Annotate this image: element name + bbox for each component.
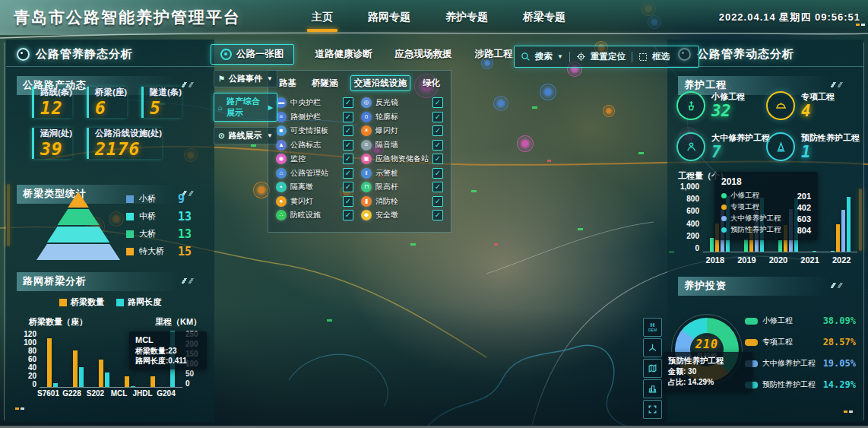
facility-checkbox[interactable]: ✓: [432, 97, 443, 108]
road-stat: 公路沿线设施(处)2176: [87, 128, 162, 159]
tooltip-series-name: 预防性养护工程: [730, 225, 794, 235]
bar-group-2022[interactable]: [831, 197, 851, 252]
reset-position-icon: [576, 52, 586, 62]
tooltip-series-name: 小修工程: [730, 191, 794, 201]
facility-checkbox[interactable]: ✓: [343, 154, 353, 164]
maintenance-stat-value: 1: [801, 144, 860, 161]
facility-checkbox[interactable]: ✓: [432, 210, 443, 220]
toolbar-button-1[interactable]: 公路一张图: [211, 44, 294, 65]
fullscreen-icon[interactable]: [643, 400, 662, 419]
facility-checkbox[interactable]: ✓: [432, 168, 443, 179]
reset-position-button[interactable]: 重置定位: [591, 51, 626, 62]
dem-icon[interactable]: HDEM: [643, 318, 662, 337]
nav-tab-2[interactable]: 路网专题: [366, 8, 412, 27]
left-axis-ticks: 120100806040200: [17, 330, 40, 388]
facility-item-label: 隔音墙: [375, 140, 429, 151]
facility-checkbox[interactable]: ✓: [343, 210, 353, 220]
tooltip-series-name: 专项工程: [730, 202, 794, 212]
facility-item: ▪隔离墩✓: [276, 180, 353, 195]
axis-tick: 60: [17, 355, 36, 363]
facility-checkbox[interactable]: ✓: [432, 154, 443, 164]
legend-percent: 28.57%: [823, 337, 856, 347]
search-input[interactable]: 搜索: [535, 51, 553, 62]
right-panel-title: 公路管养动态分析: [697, 47, 794, 62]
layer-menu-item-1[interactable]: ⚑公路事件▼: [214, 70, 277, 87]
pyramid-legend-row: 中桥13: [126, 208, 206, 225]
road-stat-value: 6: [95, 98, 127, 118]
axis-tick: 0: [17, 380, 36, 388]
facility-tab-2[interactable]: 桥隧涵: [309, 76, 341, 90]
bar-group[interactable]: [150, 376, 155, 387]
layer-menu-label: 公路事件: [229, 73, 262, 84]
facility-tab-1[interactable]: 路基: [276, 76, 299, 90]
facility-item-label: 路侧护栏: [290, 112, 339, 122]
emergency-depot-icon: ▣: [361, 154, 372, 164]
map-pin-marker[interactable]: [517, 135, 534, 152]
bar-小修工程: [813, 251, 816, 252]
nav-tab-1[interactable]: 主页: [310, 8, 334, 27]
search-dropdown-caret-icon[interactable]: ▼: [557, 53, 563, 60]
helmet-icon: [766, 91, 795, 120]
road-stat-value: 39: [40, 139, 72, 159]
facility-checkbox[interactable]: ✓: [343, 125, 353, 136]
pyramid-layer: [36, 192, 120, 208]
box-select-button[interactable]: 框选: [652, 51, 670, 62]
nav-tab-4[interactable]: 桥梁专题: [521, 8, 567, 27]
toolbar-button-4[interactable]: 涉路工程: [474, 44, 515, 65]
layer-menu-item-3[interactable]: ⊙路线展示▼: [214, 127, 277, 144]
road-stat: 涵洞(处)39: [32, 128, 72, 159]
bar-group[interactable]: [99, 360, 109, 387]
map-button-icon: [220, 49, 232, 60]
bar-group[interactable]: [47, 338, 58, 387]
bar-group[interactable]: [73, 350, 84, 387]
facility-checkbox[interactable]: ✓: [432, 182, 443, 192]
section-network-bridge-header: 路网桥梁分析: [17, 272, 207, 291]
map-tool-stack: HDEM: [643, 318, 662, 419]
legend-label: 预防性养护工程: [762, 379, 819, 390]
legend-percent: 38.09%: [823, 315, 856, 326]
facility-item-label: 应急物资储备站: [375, 154, 429, 164]
fire-hydrant-icon: ▮: [361, 196, 372, 207]
y-axis-ticks: 1,0008006004002000: [673, 182, 703, 252]
facility-checkbox[interactable]: ✓: [432, 140, 443, 151]
axis-3d-icon[interactable]: [643, 338, 662, 357]
facility-checkbox[interactable]: ✓: [343, 182, 353, 192]
legend-chip: [126, 195, 134, 203]
facility-checkbox[interactable]: ✓: [343, 112, 353, 122]
year-label: 2022: [832, 255, 851, 265]
facility-tab-4[interactable]: 绿化: [420, 76, 443, 90]
facility-checkbox[interactable]: ✓: [343, 168, 353, 179]
layer-menu-item-2[interactable]: ⌂路产综合展示▶: [214, 93, 277, 122]
toolbar-button-label: 公路一张图: [236, 48, 284, 61]
facility-checkbox[interactable]: ✓: [343, 140, 353, 151]
facility-item-label: 安全墩: [375, 210, 429, 220]
investment-legend-row: 小修工程38.09%: [745, 310, 856, 331]
worker-icon: [676, 132, 705, 161]
maintenance-stat-label: 专项工程: [801, 91, 835, 103]
layer-menu-label: 路线展示: [228, 130, 261, 141]
nav-tab-3[interactable]: 养护专题: [444, 8, 489, 27]
facility-tab-3[interactable]: 交通沿线设施: [350, 75, 410, 91]
basemap-icon[interactable]: [643, 359, 662, 378]
map-pin-marker[interactable]: [603, 105, 615, 117]
maintenance-stat-value: 4: [801, 103, 835, 120]
toolbar-button-3[interactable]: 应急现场救援: [394, 44, 454, 65]
facility-checkbox[interactable]: ✓: [432, 196, 443, 207]
shovel-icon: [676, 91, 705, 120]
toolbar-button-2[interactable]: 道路健康诊断: [314, 44, 374, 65]
isolation-pier-icon: ▪: [276, 182, 287, 192]
map-pin-marker[interactable]: [493, 96, 508, 111]
bar-路网长度: [79, 367, 84, 387]
facility-item-label: 可变情报板: [290, 125, 339, 136]
bar-group[interactable]: [125, 376, 135, 387]
noise-wall-icon: ≡: [361, 140, 372, 151]
bar-group-2021[interactable]: [813, 251, 816, 252]
facility-checkbox[interactable]: ✓: [432, 112, 443, 122]
facility-checkbox[interactable]: ✓: [343, 196, 353, 207]
buildings-icon[interactable]: [643, 379, 662, 398]
facility-item-label: 防眩设施: [290, 210, 339, 220]
road-stat-value: 5: [150, 98, 182, 118]
facility-checkbox[interactable]: ✓: [343, 97, 353, 108]
map-pin-marker[interactable]: [540, 84, 556, 100]
facility-checkbox[interactable]: ✓: [432, 125, 443, 136]
